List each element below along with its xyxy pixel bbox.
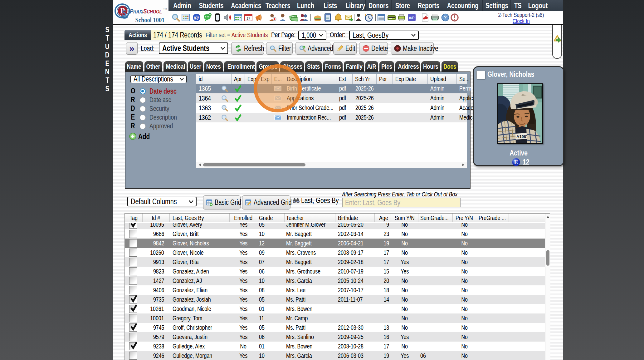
- svg-text:17: 17: [246, 17, 250, 20]
- svg-text:A/P: A/P: [409, 16, 414, 20]
- svg-text:TM: TM: [163, 7, 167, 10]
- svg-text:S: S: [122, 8, 126, 17]
- svg-text:?: ?: [444, 15, 447, 20]
- svg-text:@: @: [194, 15, 199, 21]
- svg-text:PRAXISCHOOL: PRAXISCHOOL: [130, 8, 162, 15]
- svg-text:School 1001: School 1001: [135, 16, 165, 24]
- svg-text:A1987: A1987: [516, 134, 528, 139]
- svg-text:E: E: [514, 159, 518, 165]
